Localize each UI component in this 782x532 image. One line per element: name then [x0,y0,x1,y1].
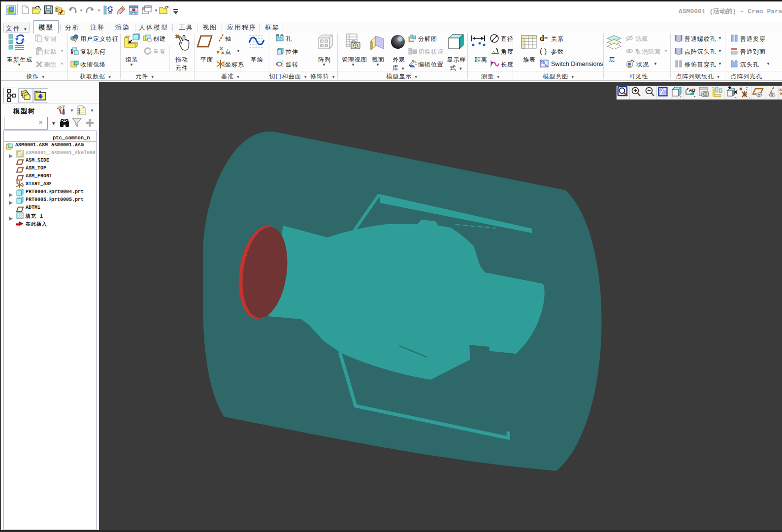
svg-text:=: = [544,34,548,42]
svg-text:AB: AB [689,88,695,93]
svg-text:d: d [540,34,544,42]
svg-text:( ): ( ) [540,47,547,55]
svg-text:15: 15 [541,61,545,64]
svg-text:x: x [545,64,547,67]
